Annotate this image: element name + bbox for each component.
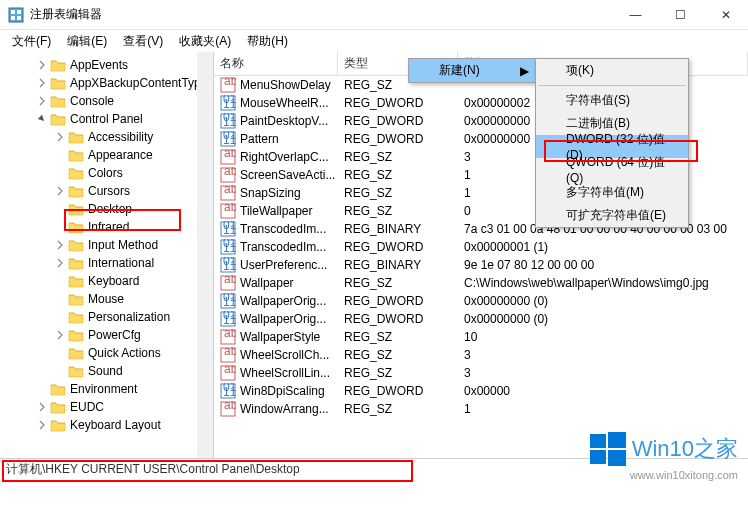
tree-item-mouse[interactable]: Mouse	[0, 290, 213, 308]
svg-text:110: 110	[223, 385, 236, 399]
svg-rect-2	[17, 10, 21, 14]
svg-text:110: 110	[223, 241, 236, 255]
tree-item-appxbackupcontenttype[interactable]: AppXBackupContentType	[0, 74, 213, 92]
close-button[interactable]: ✕	[703, 0, 748, 30]
menu-view[interactable]: 查看(V)	[115, 31, 171, 52]
expand-icon[interactable]	[36, 95, 48, 107]
list-row[interactable]: 011110WallpaperOrig...REG_DWORD0x0000000…	[214, 292, 748, 310]
cell-name: 011110TranscodedIm...	[214, 239, 338, 255]
list-row[interactable]: abWindowArrang...REG_SZ1	[214, 400, 748, 418]
tree-item-label: Console	[70, 94, 114, 108]
cell-type: REG_SZ	[338, 204, 458, 218]
list-row[interactable]: abWheelScrollLin...REG_SZ3	[214, 364, 748, 382]
expand-icon[interactable]	[54, 365, 66, 377]
list-row[interactable]: 011110Win8DpiScalingREG_DWORD0x00000	[214, 382, 748, 400]
tree-item-label: EUDC	[70, 400, 104, 414]
svg-text:ab: ab	[224, 149, 236, 160]
cell-type: REG_DWORD	[338, 384, 458, 398]
expand-icon[interactable]	[36, 113, 48, 125]
expand-icon[interactable]	[36, 401, 48, 413]
expand-icon[interactable]	[36, 419, 48, 431]
expand-icon[interactable]	[54, 293, 66, 305]
tree-item-sound[interactable]: Sound	[0, 362, 213, 380]
cell-name: abWindowArrang...	[214, 401, 338, 417]
list-row[interactable]: abWallpaperREG_SZC:\Windows\web\wallpape…	[214, 274, 748, 292]
tree-item-cursors[interactable]: Cursors	[0, 182, 213, 200]
tree-item-console[interactable]: Console	[0, 92, 213, 110]
tree-item-appevents[interactable]: AppEvents	[0, 56, 213, 74]
cell-data: 10	[458, 330, 748, 344]
menu-help[interactable]: 帮助(H)	[239, 31, 296, 52]
svg-rect-1	[11, 10, 15, 14]
expand-icon[interactable]	[54, 257, 66, 269]
svg-text:110: 110	[223, 97, 236, 111]
expand-icon[interactable]	[54, 221, 66, 233]
tree-item-infrared[interactable]: Infrared	[0, 218, 213, 236]
tree-scrollbar[interactable]	[197, 52, 213, 458]
expand-icon[interactable]	[54, 185, 66, 197]
ctx-new-expandstring[interactable]: 可扩充字符串值(E)	[536, 204, 688, 227]
ctx-new-key[interactable]: 项(K)	[536, 59, 688, 82]
ctx-new-string[interactable]: 字符串值(S)	[536, 89, 688, 112]
tree-item-eudc[interactable]: EUDC	[0, 398, 213, 416]
tree-item-keyboard-layout[interactable]: Keyboard Layout	[0, 416, 213, 434]
tree-item-label: Sound	[88, 364, 123, 378]
menu-file[interactable]: 文件(F)	[4, 31, 59, 52]
tree-item-colors[interactable]: Colors	[0, 164, 213, 182]
tree-item-appearance[interactable]: Appearance	[0, 146, 213, 164]
tree-item-desktop[interactable]: Desktop	[0, 200, 213, 218]
svg-text:ab: ab	[224, 401, 236, 412]
expand-icon[interactable]	[54, 311, 66, 323]
menu-favorites[interactable]: 收藏夹(A)	[171, 31, 239, 52]
expand-icon[interactable]	[54, 329, 66, 341]
tree-item-label: Desktop	[88, 202, 132, 216]
tree-item-environment[interactable]: Environment	[0, 380, 213, 398]
tree-item-international[interactable]: International	[0, 254, 213, 272]
expand-icon[interactable]	[36, 383, 48, 395]
expand-icon[interactable]	[54, 149, 66, 161]
expand-icon[interactable]	[54, 167, 66, 179]
col-name[interactable]: 名称	[214, 52, 338, 75]
tree-item-control-panel[interactable]: Control Panel	[0, 110, 213, 128]
tree-item-personalization[interactable]: Personalization	[0, 308, 213, 326]
list-row[interactable]: 011110TranscodedIm...REG_DWORD0x00000001…	[214, 238, 748, 256]
svg-rect-3	[11, 16, 15, 20]
svg-text:ab: ab	[224, 329, 236, 340]
tree-panel: AppEventsAppXBackupContentTypeConsoleCon…	[0, 52, 214, 458]
expand-icon[interactable]	[54, 347, 66, 359]
ctx-new-qword64[interactable]: QWORD (64 位)值(Q)	[536, 158, 688, 181]
svg-rect-4	[17, 16, 21, 20]
cell-type: REG_SZ	[338, 168, 458, 182]
expand-icon[interactable]	[54, 239, 66, 251]
expand-icon[interactable]	[36, 59, 48, 71]
maximize-button[interactable]: ☐	[658, 0, 703, 30]
cell-name: 011110MouseWheelR...	[214, 95, 338, 111]
tree-item-input-method[interactable]: Input Method	[0, 236, 213, 254]
expand-icon[interactable]	[54, 203, 66, 215]
tree-item-accessibility[interactable]: Accessibility	[0, 128, 213, 146]
cell-data: 9e 1e 07 80 12 00 00 00	[458, 258, 748, 272]
tree-item-label: International	[88, 256, 154, 270]
expand-icon[interactable]	[54, 275, 66, 287]
expand-icon[interactable]	[36, 77, 48, 89]
tree-item-label: AppXBackupContentType	[70, 76, 207, 90]
cell-type: REG_BINARY	[338, 222, 458, 236]
context-item-new[interactable]: 新建(N) ▶	[409, 59, 535, 82]
cell-name: 011110WallpaperOrig...	[214, 311, 338, 327]
tree-item-powercfg[interactable]: PowerCfg	[0, 326, 213, 344]
cell-data: 0x00000	[458, 384, 748, 398]
tree-item-label: Keyboard Layout	[70, 418, 161, 432]
list-row[interactable]: abWheelScrollCh...REG_SZ3	[214, 346, 748, 364]
menu-edit[interactable]: 编辑(E)	[59, 31, 115, 52]
ctx-new-multistring[interactable]: 多字符串值(M)	[536, 181, 688, 204]
list-row[interactable]: 011110UserPreferenc...REG_BINARY9e 1e 07…	[214, 256, 748, 274]
tree-item-quick-actions[interactable]: Quick Actions	[0, 344, 213, 362]
tree-item-label: Accessibility	[88, 130, 153, 144]
window-title: 注册表编辑器	[30, 6, 613, 23]
minimize-button[interactable]: —	[613, 0, 658, 30]
list-row[interactable]: 011110WallpaperOrig...REG_DWORD0x0000000…	[214, 310, 748, 328]
svg-text:ab: ab	[224, 365, 236, 376]
expand-icon[interactable]	[54, 131, 66, 143]
tree-item-keyboard[interactable]: Keyboard	[0, 272, 213, 290]
list-row[interactable]: abWallpaperStyleREG_SZ10	[214, 328, 748, 346]
